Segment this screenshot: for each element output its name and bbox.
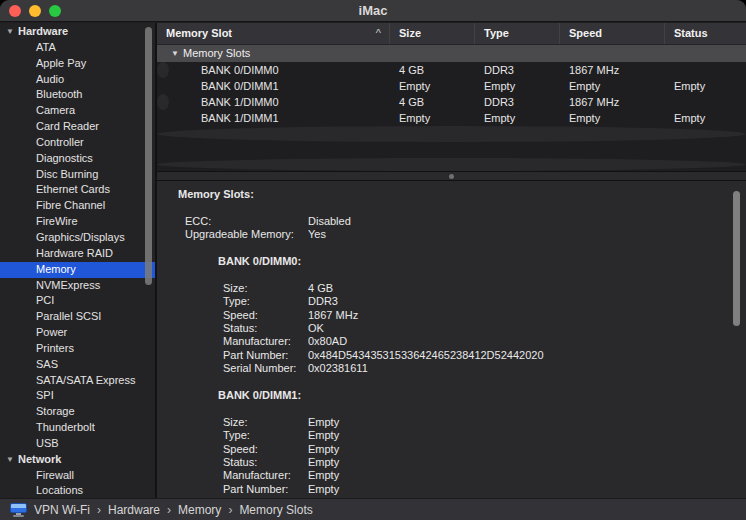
- detail-label: Upgradeable Memory:: [185, 228, 308, 241]
- sidebar-item-fibre-channel[interactable]: Fibre Channel: [0, 198, 155, 214]
- detail-row: Manufacturer:Empty: [157, 469, 746, 482]
- cell-status: OK: [665, 94, 674, 110]
- table-row[interactable]: BANK 1/DIMM0 4 GB DDR3 1867 MHz OK: [157, 94, 169, 110]
- cell-memory-slot: BANK 0/DIMM1: [157, 78, 390, 94]
- sidebar-item-apple-pay[interactable]: Apple Pay: [0, 56, 155, 72]
- sidebar-item-power[interactable]: Power: [0, 325, 155, 341]
- details-pane[interactable]: Memory Slots: ECC: Disabled Upgradeable …: [157, 181, 746, 498]
- sidebar: ▼Hardware ATA Apple Pay Audio Bluetooth …: [0, 23, 157, 498]
- detail-row: Type:DDR3: [157, 295, 746, 308]
- sidebar-item-firewall[interactable]: Firewall: [0, 468, 155, 484]
- split-view-divider[interactable]: [157, 171, 746, 181]
- breadcrumb-computer-name: VPN Wi-Fi: [34, 503, 90, 517]
- table-group-label: Memory Slots: [183, 47, 250, 59]
- detail-label: Status:: [223, 456, 308, 469]
- column-header-memory-slot[interactable]: Memory Slot^: [157, 23, 390, 44]
- detail-value: 4 GB: [308, 282, 333, 295]
- sidebar-item-printers[interactable]: Printers: [0, 341, 155, 357]
- detail-value: DDR3: [308, 295, 338, 308]
- column-header-label: Memory Slot: [166, 27, 232, 39]
- memory-slots-table: ▼Memory Slots BANK 0/DIMM0 4 GB DDR3 186…: [157, 45, 746, 171]
- disclosure-triangle-icon[interactable]: ▼: [171, 45, 183, 57]
- sidebar-item-graphics-displays[interactable]: Graphics/Displays: [0, 230, 155, 246]
- sidebar-item-bluetooth[interactable]: Bluetooth: [0, 87, 155, 103]
- detail-label: Speed:: [223, 443, 308, 456]
- empty-row-stripe: [157, 142, 746, 158]
- sidebar-item-camera[interactable]: Camera: [0, 103, 155, 119]
- detail-row: Type:Empty: [157, 429, 746, 442]
- details-heading: Memory Slots:: [157, 188, 746, 201]
- sidebar-item-thunderbolt[interactable]: Thunderbolt: [0, 420, 155, 436]
- sidebar-item-audio[interactable]: Audio: [0, 72, 155, 88]
- detail-row: ECC: Disabled: [157, 215, 746, 228]
- window-title: iMac: [0, 0, 746, 22]
- cell-type: DDR3: [475, 94, 560, 110]
- sidebar-item-usb[interactable]: USB: [0, 436, 155, 452]
- sidebar-item-sata-sata-express[interactable]: SATA/SATA Express: [0, 373, 155, 389]
- sidebar-scrollbar-thumb[interactable]: [145, 27, 152, 285]
- bank-heading: BANK 0/DIMM1:: [157, 389, 746, 402]
- cell-size: Empty: [390, 78, 475, 94]
- breadcrumb-memory: Memory: [178, 503, 221, 517]
- breadcrumb-separator: ›: [97, 503, 101, 517]
- sidebar-item-hardware-raid[interactable]: Hardware RAID: [0, 246, 155, 262]
- table-row[interactable]: BANK 0/DIMM1 Empty Empty Empty Empty: [157, 78, 746, 94]
- sidebar-item-firewire[interactable]: FireWire: [0, 214, 155, 230]
- column-header-type[interactable]: Type: [475, 23, 560, 44]
- disclosure-triangle-icon[interactable]: ▼: [6, 452, 18, 468]
- detail-label: Speed:: [223, 309, 308, 322]
- monitor-base: [13, 515, 24, 517]
- cell-type: Empty: [475, 78, 560, 94]
- sidebar-item-card-reader[interactable]: Card Reader: [0, 119, 155, 135]
- breadcrumb-separator: ›: [167, 503, 171, 517]
- breadcrumb-bar: VPN Wi-Fi › Hardware › Memory › Memory S…: [0, 498, 746, 520]
- sort-ascending-icon: ^: [376, 23, 381, 44]
- detail-row: Upgradeable Memory: Yes: [157, 228, 746, 241]
- sidebar-group-hardware[interactable]: ▼Hardware: [0, 24, 155, 40]
- detail-value: Empty: [308, 429, 339, 442]
- detail-row: Speed:1867 MHz: [157, 309, 746, 322]
- sidebar-item-nvmexpress[interactable]: NVMExpress: [0, 278, 155, 294]
- detail-value: 0x80AD: [308, 335, 347, 348]
- detail-row: Manufacturer:0x80AD: [157, 335, 746, 348]
- sidebar-group-network[interactable]: ▼Network: [0, 452, 155, 468]
- detail-row: Part Number:0x484D5434353153364246523841…: [157, 349, 746, 362]
- detail-row: Status:Empty: [157, 456, 746, 469]
- content-pane: Memory Slot^ Size Type Speed Status ▼Mem…: [157, 23, 746, 498]
- table-group-row[interactable]: ▼Memory Slots: [157, 45, 746, 62]
- cell-status: OK: [665, 62, 674, 78]
- detail-value: OK: [308, 322, 324, 335]
- sidebar-item-locations[interactable]: Locations: [0, 483, 155, 498]
- cell-status: Empty: [665, 78, 746, 94]
- details-scrollbar-thumb[interactable]: [733, 191, 740, 326]
- bank-heading: BANK 0/DIMM0:: [157, 255, 746, 268]
- sidebar-item-memory[interactable]: Memory: [0, 262, 155, 278]
- column-header-speed[interactable]: Speed: [560, 23, 665, 44]
- disclosure-triangle-icon[interactable]: ▼: [6, 24, 18, 40]
- cell-memory-slot: BANK 0/DIMM0: [157, 62, 390, 78]
- detail-label: Status:: [223, 322, 308, 335]
- sidebar-item-spi[interactable]: SPI: [0, 388, 155, 404]
- breadcrumb-hardware: Hardware: [108, 503, 160, 517]
- detail-label: Size:: [223, 282, 308, 295]
- cell-size: 4 GB: [390, 62, 475, 78]
- table-row[interactable]: BANK 0/DIMM0 4 GB DDR3 1867 MHz OK: [157, 62, 169, 78]
- detail-row: Size:4 GB: [157, 282, 746, 295]
- titlebar[interactable]: iMac: [0, 0, 746, 22]
- table-row[interactable]: BANK 1/DIMM1 Empty Empty Empty Empty: [157, 110, 746, 126]
- cell-status: Empty: [665, 110, 746, 126]
- detail-value: Empty: [308, 416, 339, 429]
- system-information-window: iMac ▼Hardware ATA Apple Pay Audio Bluet…: [0, 0, 746, 520]
- column-header-status[interactable]: Status: [665, 23, 746, 44]
- sidebar-item-diagnostics[interactable]: Diagnostics: [0, 151, 155, 167]
- sidebar-item-controller[interactable]: Controller: [0, 135, 155, 151]
- sidebar-item-ethernet-cards[interactable]: Ethernet Cards: [0, 182, 155, 198]
- sidebar-item-ata[interactable]: ATA: [0, 40, 155, 56]
- sidebar-item-storage[interactable]: Storage: [0, 404, 155, 420]
- sidebar-item-disc-burning[interactable]: Disc Burning: [0, 167, 155, 183]
- sidebar-item-parallel-scsi[interactable]: Parallel SCSI: [0, 309, 155, 325]
- column-header-size[interactable]: Size: [390, 23, 475, 44]
- detail-label: Size:: [223, 416, 308, 429]
- sidebar-item-pci[interactable]: PCI: [0, 293, 155, 309]
- sidebar-item-sas[interactable]: SAS: [0, 357, 155, 373]
